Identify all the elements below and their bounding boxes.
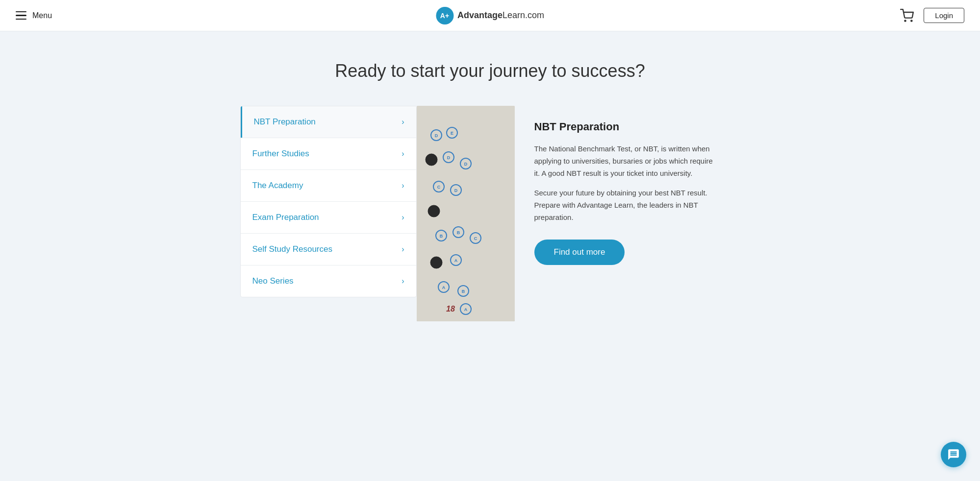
login-button[interactable]: Login — [924, 8, 964, 23]
nav-link-exam-preparation[interactable]: Exam Preparation › — [241, 202, 416, 233]
nav-link-the-academy[interactable]: The Academy › — [241, 170, 416, 201]
info-panel: NBT Preparation The National Benchmark T… — [515, 106, 740, 280]
chevron-icon-3: › — [402, 213, 404, 222]
svg-text:D: D — [434, 133, 438, 138]
info-panel-desc2: Secure your future by obtaining your bes… — [534, 187, 721, 223]
nav-item-neo-series[interactable]: Neo Series › — [241, 265, 416, 297]
chevron-icon-0: › — [402, 118, 404, 126]
nav-label-nbt-preparation: NBT Preparation — [254, 117, 316, 127]
svg-text:B: B — [461, 289, 465, 294]
nav-link-self-study-resources[interactable]: Self Study Resources › — [241, 234, 416, 265]
menu-label: Menu — [32, 11, 52, 20]
nav-label-further-studies: Further Studies — [252, 149, 309, 159]
content-row: NBT Preparation › Further Studies › The … — [240, 106, 740, 321]
chevron-icon-1: › — [402, 149, 404, 158]
page-title: Ready to start your journey to success? — [240, 61, 740, 81]
info-panel-desc1: The National Benchmark Test, or NBT, is … — [534, 143, 721, 179]
nav-label-exam-preparation: Exam Preparation — [252, 213, 319, 222]
logo-icon: A+ — [436, 7, 453, 24]
nav-label-self-study-resources: Self Study Resources — [252, 244, 332, 254]
nav-item-nbt-preparation[interactable]: NBT Preparation › — [241, 106, 416, 138]
svg-point-8 — [426, 154, 437, 166]
svg-text:C: C — [437, 185, 440, 190]
menu-button[interactable]: Menu — [16, 11, 52, 20]
nav-label-the-academy: The Academy — [252, 181, 303, 191]
svg-text:A: A — [442, 285, 445, 290]
chat-icon — [947, 448, 960, 461]
nav-label-neo-series: Neo Series — [252, 276, 294, 286]
svg-text:E: E — [450, 131, 453, 136]
hamburger-icon — [16, 11, 26, 20]
exam-image-container: D E D D C D — [417, 106, 515, 321]
find-out-more-button[interactable]: Find out more — [534, 240, 625, 265]
main-content: Ready to start your journey to success? … — [221, 31, 760, 361]
info-panel-title: NBT Preparation — [534, 120, 721, 133]
svg-text:B: B — [439, 234, 443, 239]
header-actions: Login — [900, 8, 964, 23]
logo[interactable]: A+ AdvantageLearn.com — [436, 7, 544, 24]
svg-text:B: B — [456, 230, 460, 235]
nav-item-exam-preparation[interactable]: Exam Preparation › — [241, 202, 416, 234]
svg-text:D: D — [464, 162, 467, 167]
exam-image: D E D D C D — [417, 106, 515, 321]
nav-link-nbt-preparation[interactable]: NBT Preparation › — [241, 106, 416, 138]
chevron-icon-5: › — [402, 277, 404, 286]
svg-point-0 — [905, 20, 906, 21]
svg-point-24 — [430, 257, 442, 268]
chat-widget-button[interactable] — [941, 442, 966, 467]
logo-text: AdvantageLearn.com — [457, 10, 544, 21]
nav-item-further-studies[interactable]: Further Studies › — [241, 138, 416, 170]
cart-icon[interactable] — [900, 9, 914, 23]
svg-text:18: 18 — [446, 305, 455, 313]
svg-text:D: D — [454, 188, 457, 193]
nav-item-self-study-resources[interactable]: Self Study Resources › — [241, 234, 416, 265]
nav-link-neo-series[interactable]: Neo Series › — [241, 265, 416, 297]
header: Menu A+ AdvantageLearn.com Login — [0, 0, 980, 31]
svg-text:A: A — [464, 307, 467, 312]
svg-point-1 — [911, 20, 912, 21]
svg-text:D: D — [447, 155, 450, 160]
bubble-sheet-svg: D E D D C D — [417, 106, 515, 321]
nav-item-the-academy[interactable]: The Academy › — [241, 170, 416, 202]
nav-list: NBT Preparation › Further Studies › The … — [240, 106, 417, 297]
nav-link-further-studies[interactable]: Further Studies › — [241, 138, 416, 169]
chevron-icon-4: › — [402, 245, 404, 254]
svg-point-17 — [428, 205, 440, 217]
svg-text:A: A — [454, 258, 457, 263]
svg-text:C: C — [474, 236, 477, 241]
chevron-icon-2: › — [402, 181, 404, 190]
